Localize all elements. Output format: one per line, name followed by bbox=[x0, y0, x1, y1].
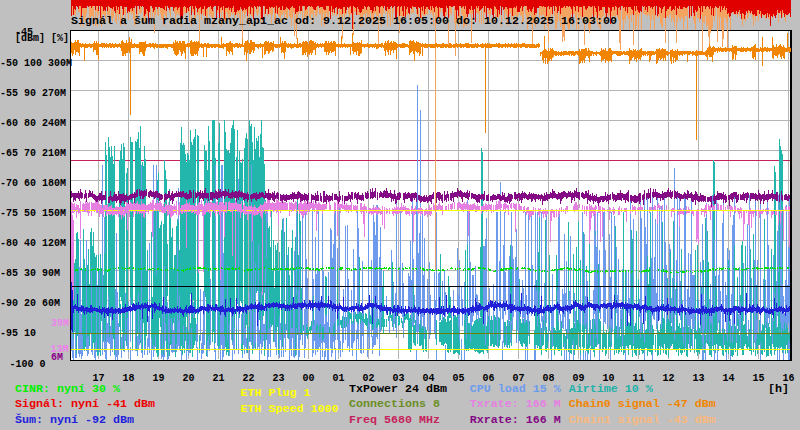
svg-text:00: 00 bbox=[303, 372, 315, 384]
svg-text:-95 10: -95 10 bbox=[0, 327, 36, 339]
svg-text:-90 20 60M: -90 20 60M bbox=[0, 297, 60, 309]
svg-text:Freq 5680 MHz: Freq 5680 MHz bbox=[349, 413, 440, 427]
svg-text:Signál a šum radia mzany_ap1_a: Signál a šum radia mzany_ap1_ac od: 9.12… bbox=[71, 14, 617, 28]
svg-text:12: 12 bbox=[663, 372, 675, 384]
svg-text:Txrate: 166 M: Txrate: 166 M bbox=[470, 397, 561, 411]
svg-text:15: 15 bbox=[753, 372, 765, 384]
svg-text:21: 21 bbox=[213, 372, 225, 384]
svg-text:-65 70 210M: -65 70 210M bbox=[0, 147, 66, 159]
svg-text:23: 23 bbox=[273, 372, 285, 384]
svg-text:01: 01 bbox=[333, 372, 345, 384]
svg-text:-100 0: -100 0 bbox=[9, 358, 45, 370]
svg-text:CPU load 15 %: CPU load 15 % bbox=[470, 382, 562, 396]
svg-text:6M: 6M bbox=[51, 351, 63, 363]
svg-text:Airtime 10 %: Airtime 10 % bbox=[569, 382, 654, 396]
svg-text:[dBm] [%]: [dBm] [%] bbox=[15, 32, 69, 44]
svg-text:Signál: nyní -41 dBm: Signál: nyní -41 dBm bbox=[15, 397, 155, 411]
svg-text:Šum: nyní -92 dBm: Šum: nyní -92 dBm bbox=[15, 413, 134, 427]
svg-text:22: 22 bbox=[243, 372, 255, 384]
svg-text:-80 40 120M: -80 40 120M bbox=[0, 237, 66, 249]
svg-text:Chain1 signal -43 dBm: Chain1 signal -43 dBm bbox=[569, 413, 716, 427]
svg-text:19: 19 bbox=[153, 372, 165, 384]
svg-text:39M: 39M bbox=[51, 317, 69, 329]
svg-text:CINR: nyní 30 %: CINR: nyní 30 % bbox=[15, 382, 121, 396]
svg-text:-55 90 270M: -55 90 270M bbox=[0, 87, 66, 99]
svg-text:-70 60 180M: -70 60 180M bbox=[0, 177, 66, 189]
svg-text:05: 05 bbox=[453, 372, 465, 384]
svg-text:TxPower 24 dBm: TxPower 24 dBm bbox=[349, 382, 447, 396]
svg-text:14: 14 bbox=[723, 372, 735, 384]
svg-text:18: 18 bbox=[123, 372, 135, 384]
svg-text:-85 30 90M: -85 30 90M bbox=[0, 267, 60, 279]
svg-text:[h]: [h] bbox=[768, 382, 789, 396]
svg-text:20: 20 bbox=[183, 372, 195, 384]
svg-text:Chain0 signal -47 dBm: Chain0 signal -47 dBm bbox=[569, 397, 716, 411]
svg-text:Rxrate: 166 M: Rxrate: 166 M bbox=[470, 413, 561, 427]
svg-text:-60 80 240M: -60 80 240M bbox=[0, 117, 66, 129]
svg-text:13: 13 bbox=[693, 372, 705, 384]
svg-text:-50 100 300M: -50 100 300M bbox=[0, 57, 72, 69]
svg-text:-75 50 150M: -75 50 150M bbox=[0, 207, 66, 219]
svg-text:ETH Speed 1000: ETH Speed 1000 bbox=[241, 402, 339, 416]
svg-text:Connections 8: Connections 8 bbox=[349, 397, 440, 411]
svg-text:ETH Plug 1: ETH Plug 1 bbox=[241, 386, 311, 400]
